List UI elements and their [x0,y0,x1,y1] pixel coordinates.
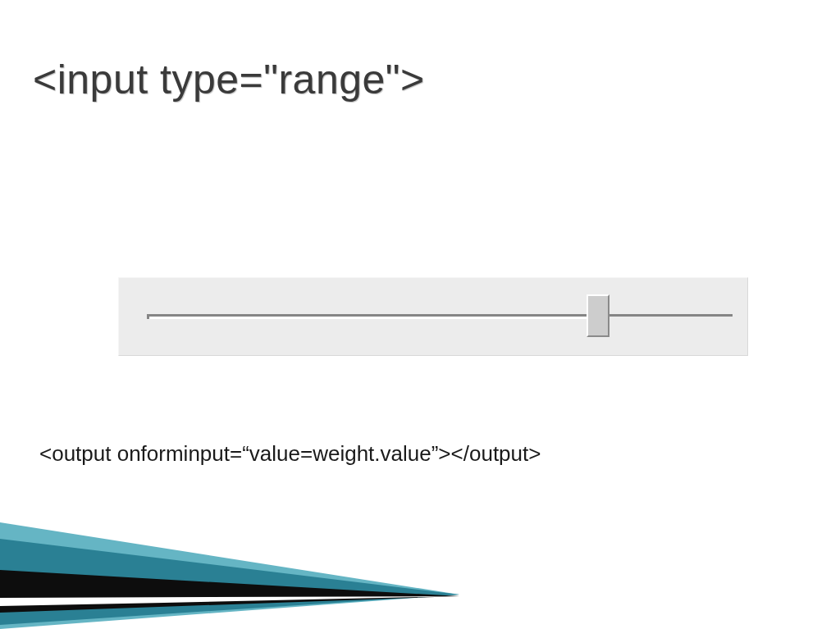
slider-track-filled [147,314,598,319]
slide-title: <input type="range"> [33,56,425,103]
svg-marker-0 [0,522,459,629]
svg-marker-2 [0,570,459,613]
range-slider[interactable] [118,277,748,356]
slider-track-empty [598,314,733,317]
slide-corner-decoration [0,514,509,629]
slider-track [147,314,733,317]
svg-marker-1 [0,539,459,625]
code-sample: <output onforminput=“value=weight.value”… [39,441,541,467]
slider-thumb[interactable] [587,294,609,337]
svg-marker-3 [0,596,459,606]
slider-track-area [147,278,733,355]
slide: <input type="range"> <output onforminput… [0,0,840,629]
